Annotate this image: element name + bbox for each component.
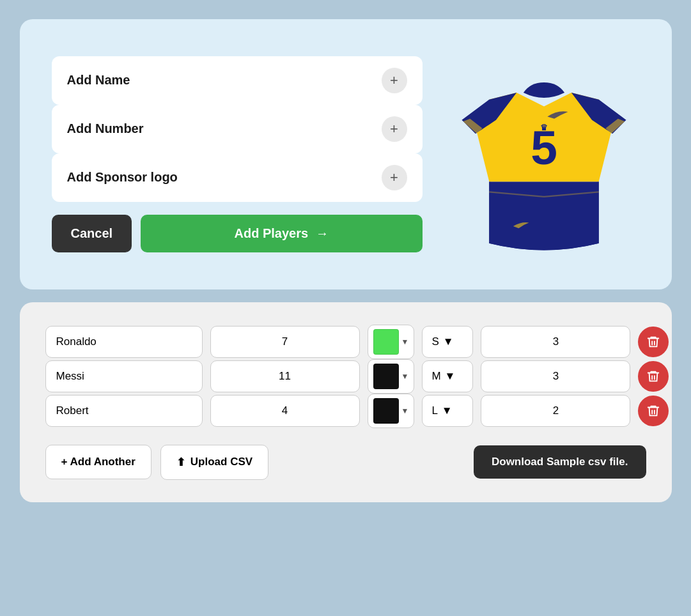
size-dropdown[interactable]: M ▼ [422,360,473,392]
color-dropdown[interactable]: ▼ [368,325,415,359]
size-dropdown-arrow: ▼ [443,335,454,348]
size-dropdown-arrow: ▼ [445,370,456,383]
field-row-add-number: Add Number + [52,105,423,153]
color-dropdown[interactable]: ▼ [368,394,415,428]
field-row-add-name: Add Name + [52,56,423,105]
delete-player-button[interactable] [638,327,669,357]
cancel-button[interactable]: Cancel [52,215,132,252]
trash-icon [646,369,660,383]
upload-csv-label: Upload CSV [190,456,252,468]
color-dropdown-arrow: ▼ [401,406,409,415]
field-label-add-name: Add Name [67,73,130,88]
size-value: S [431,335,439,348]
field-label-add-sponsor: Add Sponsor logo [67,170,178,185]
color-dropdown-arrow: ▼ [401,337,409,346]
add-players-button[interactable]: Add Players → [141,215,422,252]
svg-text:♛: ♛ [540,123,548,132]
player-row: ▼ L ▼ [45,394,646,428]
top-card: Add Name + Add Number + Add Sponsor logo… [20,19,672,289]
color-swatch [373,398,399,424]
add-btn-add-name[interactable]: + [382,68,407,93]
trash-icon [646,404,660,418]
player-row: ▼ M ▼ [45,359,646,394]
add-another-button[interactable]: + Add Another [45,445,151,479]
upload-csv-button[interactable]: ⬆ Upload CSV [160,445,268,480]
bottom-card: ▼ S ▼ ▼ M ▼ [20,302,672,502]
add-btn-add-sponsor[interactable]: + [382,165,407,190]
jersey-image: 5 ♛ [448,45,640,264]
player-name-input[interactable] [45,360,203,392]
form-section: Add Name + Add Number + Add Sponsor logo… [52,56,423,252]
color-swatch [373,364,399,389]
qty-input[interactable] [481,395,630,427]
delete-player-button[interactable] [638,396,669,426]
qty-input[interactable] [481,326,630,358]
player-row: ▼ S ▼ [45,325,646,359]
size-value: M [431,370,440,383]
color-dropdown-arrow: ▼ [401,372,409,381]
upload-icon: ⬆ [176,456,185,469]
player-number-input[interactable] [210,326,360,358]
qty-input[interactable] [481,360,630,392]
player-name-input[interactable] [45,326,203,358]
size-dropdown[interactable]: L ▼ [422,395,473,427]
player-name-input[interactable] [45,395,203,427]
color-dropdown[interactable]: ▼ [368,359,415,394]
action-buttons: Cancel Add Players → [52,215,423,252]
size-dropdown[interactable]: S ▼ [422,326,473,358]
arrow-right-icon: → [316,226,329,241]
delete-player-button[interactable] [638,361,669,392]
trash-icon [646,335,660,349]
size-value: L [431,404,437,417]
download-sample-button[interactable]: Download Sample csv file. [474,445,646,479]
size-dropdown-arrow: ▼ [442,404,453,417]
add-btn-add-number[interactable]: + [382,116,407,142]
player-number-input[interactable] [210,395,360,427]
player-number-input[interactable] [210,360,360,392]
color-swatch [373,329,399,355]
field-row-add-sponsor: Add Sponsor logo + [52,153,423,202]
field-label-add-number: Add Number [67,121,144,136]
bottom-actions: + Add Another ⬆ Upload CSV Download Samp… [45,445,646,480]
jersey-section: 5 ♛ [448,45,640,264]
add-players-label: Add Players [234,226,308,241]
